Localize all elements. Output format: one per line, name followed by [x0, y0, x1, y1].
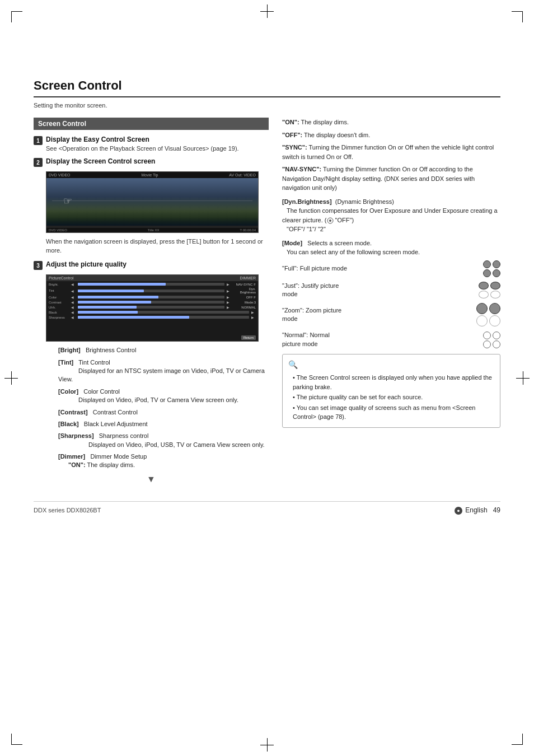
- right-column: "ON": The display dims. "OFF": The displ…: [282, 118, 500, 484]
- arrow-down-indicator: ▼: [34, 474, 269, 484]
- item-1-content: Display the Easy Control Screen See <Ope…: [46, 136, 239, 153]
- mode-just: "Just": Justify picturemode: [282, 282, 500, 299]
- ctrl-black: [Black] Black Level Adjustment: [58, 420, 269, 428]
- ctrl-color: [Color] Color Control Displayed on Video…: [58, 388, 269, 405]
- note-1: • The Screen Control screen is displayed…: [293, 373, 494, 391]
- screen-bottom-left: DVD VIDEO: [49, 228, 67, 232]
- pq-top-left: PictureControl: [49, 276, 73, 280]
- mode-just-icon: [479, 282, 500, 298]
- item-3: 3 Adjust the picture quality: [34, 260, 269, 270]
- pq-return-button[interactable]: Return: [241, 335, 256, 340]
- picture-controls-list: [Bright] Brightness Control [Tint] Tint …: [46, 346, 269, 470]
- mode-normal-text: "Normal": Normalpicture mode: [282, 331, 479, 348]
- pq-row-black: Uhh. ◀ ▶ NORMAL: [49, 305, 256, 309]
- item-2-desc: When the navigation screen is displayed,…: [46, 237, 269, 255]
- dimmer-sync-option: "OFF": The display doesn't dim.: [282, 130, 500, 140]
- left-column: Screen Control 1 Display the Easy Contro…: [34, 118, 269, 484]
- screen-bottom-right: T 00:06:04: [240, 228, 256, 232]
- screen-video-area: ☞: [46, 178, 258, 226]
- mode-full-text: "Full": Full picture mode: [282, 264, 479, 273]
- screen-top-bar: DVD VIDEO Movie Tip AV Out: VIDEO: [46, 172, 258, 178]
- dimmer-off-option: "ON": The display dims.: [282, 118, 500, 127]
- item-3-content: Adjust the picture quality: [46, 260, 127, 268]
- item-1-desc: See <Operation on the Playback Screen of…: [46, 144, 239, 153]
- ctrl-tint: [Tint] Tint Control Displayed for an NTS…: [58, 358, 269, 384]
- camera-icon: [327, 217, 334, 224]
- section-box-label: Screen Control: [38, 120, 86, 128]
- pq-row-color: Color ◀ ▶ OFF F: [49, 295, 256, 299]
- svg-point-1: [329, 220, 331, 222]
- item-2-description: When the navigation screen is displayed,…: [46, 237, 269, 255]
- mode-zoom-text: "Zoom": Zoom picturemode: [282, 306, 472, 324]
- item-2-content: Display the Screen Control screen: [46, 157, 155, 165]
- mode-item: [Mode] Selects a screen mode. You can se…: [282, 239, 500, 257]
- mode-zoom-icon: [476, 303, 500, 326]
- pq-top-bar: PictureControl DIMMER: [46, 275, 258, 281]
- ctrl-dimmer: [Dimmer] Dimmer Mode Setup "ON": The dis…: [58, 452, 269, 470]
- screen-control-mockup: DVD VIDEO Movie Tip AV Out: VIDEO ☞ DVD …: [46, 171, 259, 233]
- dyn-brightness-item: [Dyn.Brightness] (Dynamic Brightness) Th…: [282, 197, 500, 234]
- mode-normal-icon: [483, 332, 500, 348]
- item-2: 2 Display the Screen Control screen: [34, 157, 269, 167]
- page-title: Screen Control: [34, 78, 500, 97]
- bridge-line: [52, 200, 252, 201]
- screen-bottom-center: Title XX: [148, 228, 160, 232]
- pq-row-sharpness: Black ◀ ▶: [49, 310, 256, 314]
- picture-quality-screen: PictureControl DIMMER Bright. ◀ ▶ NAV-SY…: [46, 274, 259, 342]
- screen-bottom-bar: DVD VIDEO Title XX T 00:06:04: [46, 228, 258, 232]
- item-1-badge: 1: [34, 136, 43, 145]
- dimmer-navsyncoption-extended: "NAV-SYNC": Turning the Dimmer function …: [282, 165, 500, 193]
- mode-full: "Full": Full picture mode: [282, 260, 500, 277]
- two-column-layout: Screen Control 1 Display the Easy Contro…: [34, 118, 500, 484]
- section-box-header: Screen Control: [34, 118, 269, 130]
- footer-series: DDX series DDX8026BT: [34, 507, 101, 514]
- mode-normal: "Normal": Normalpicture mode: [282, 331, 500, 348]
- mode-zoom: "Zoom": Zoom picturemode: [282, 303, 500, 326]
- pq-row-tint: Tint ◀ ▶ Dyn. Brightness: [49, 287, 256, 294]
- pq-row-sharpness2: Sharpness ◀ ▶: [49, 315, 256, 319]
- pq-rows: Bright. ◀ ▶ NAV-SYNC F Tint ◀ ▶ Dyn. Bri…: [46, 281, 258, 321]
- mode-just-text: "Just": Justify picturemode: [282, 282, 474, 299]
- page-number: 49: [493, 506, 500, 514]
- pq-top-right: DIMMER: [240, 276, 256, 280]
- hand-pointer-icon: ☞: [63, 195, 72, 207]
- footer-page: ● English 49: [455, 506, 500, 515]
- note-3: • You can set image quality of screens s…: [293, 403, 494, 422]
- page-subtitle: Setting the monitor screen.: [34, 102, 500, 109]
- item-1-title: Display the Easy Control Screen: [46, 136, 239, 143]
- ctrl-contrast: [Contrast] Contrast Control: [58, 408, 269, 417]
- item-1: 1 Display the Easy Control Screen See <O…: [34, 136, 269, 153]
- ctrl-sharpness: [Sharpness] Sharpness control Displayed …: [58, 432, 269, 449]
- ctrl-bright: [Bright] Brightness Control: [58, 346, 269, 354]
- note-box: 🔍 • The Screen Control screen is display…: [282, 354, 500, 428]
- page-circle: ●: [455, 507, 462, 515]
- screen-top-left: DVD VIDEO: [49, 173, 71, 177]
- screen-top-right: AV Out: VIDEO: [229, 173, 256, 177]
- page-footer: DDX series DDX8026BT ● English 49: [34, 501, 500, 515]
- screen-main-area: ☞: [46, 178, 258, 226]
- item-3-title: Adjust the picture quality: [46, 260, 127, 268]
- pq-row-contrast: Contrast ◀ ▶ Mode:3: [49, 300, 256, 304]
- page: Screen Control Setting the monitor scree…: [0, 0, 534, 756]
- item-3-badge: 3: [34, 261, 43, 270]
- item-2-badge: 2: [34, 158, 43, 167]
- dimmer-navsync-option: "SYNC": Turning the Dimmer function On o…: [282, 143, 500, 161]
- water-reflection: [46, 217, 258, 226]
- note-icon: 🔍: [288, 359, 494, 371]
- pq-row-bright: Bright. ◀ ▶ NAV-SYNC F: [49, 282, 256, 286]
- item-2-title: Display the Screen Control screen: [46, 157, 155, 165]
- note-2: • The picture quality can be set for eac…: [293, 393, 494, 402]
- mode-full-icon: [483, 260, 500, 277]
- screen-top-center: Movie Tip: [141, 173, 158, 177]
